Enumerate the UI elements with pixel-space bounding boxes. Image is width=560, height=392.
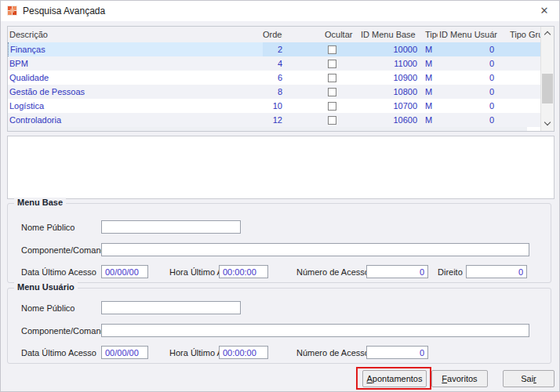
cell-id-menu-base: 10000 [358,45,420,54]
table-row[interactable]: Qualidade 6 10900 M 0 [8,71,540,85]
data-ultimo-acesso-label: Data Último Acesso [21,348,96,358]
data-ultimo-acesso-label: Data Último Acesso [21,267,96,277]
cell-descricao: Finanças [8,42,263,56]
group-menu-base: Menu Base Nome Público Componente/Comand… [7,203,551,283]
cell-tipo: M [420,73,438,82]
nome-publico-input[interactable] [101,220,241,234]
cell-descricao: Gestão de Pessoas [8,87,263,96]
ocultar-checkbox[interactable] [328,45,336,54]
componente-comando-label: Componente/Comando [21,326,111,336]
cell-id-menu-usuario: 0 [438,45,497,54]
cell-ordem: 6 [263,73,282,82]
favoritos-button[interactable]: Favoritos [431,370,488,387]
cell-id-menu-usuario: 0 [438,59,497,68]
group-title: Menu Base [14,198,66,207]
scroll-down-icon[interactable] [541,118,554,130]
componente-comando-input[interactable] [101,243,529,256]
cell-descricao: Controladoria [8,115,263,125]
numero-acessos-input[interactable] [366,265,428,278]
cell-ordem: 8 [263,87,282,96]
cell-id-menu-base: 10900 [358,73,420,82]
vertical-scrollbar[interactable] [540,27,554,131]
header-tipo-grupo[interactable]: Tipo Grupo [497,30,540,39]
window-title: Pesquisa Avançada [23,5,105,16]
table-row[interactable]: Controladoria 12 10600 M 0 [8,113,540,127]
cell-id-menu-base: 10700 [358,101,420,111]
cell-id-menu-usuario: 0 [438,101,497,111]
grid-header-row: Descrição Ordem Ocultar ID Menu Base Tip… [8,27,540,42]
data-ultimo-acesso-input[interactable] [101,265,148,278]
cell-tipo: M [420,59,438,68]
header-ocultar[interactable]: Ocultar [325,30,358,39]
header-descricao[interactable]: Descrição [8,30,263,39]
numero-acessos-input[interactable] [366,346,428,359]
details-panel [7,136,555,199]
table-row[interactable]: Finanças 2 10000 M 0 [8,42,540,56]
cell-id-menu-base: 10800 [358,87,420,96]
cell-id-menu-usuario: 0 [438,87,497,96]
cell-id-menu-base: 11000 [358,59,420,68]
scroll-up-icon[interactable] [541,27,554,40]
cell-id-menu-usuario: 0 [438,115,497,125]
cell-ordem: 2 [263,45,282,54]
cell-tipo: M [420,115,438,125]
direito-label: Direito [438,267,463,277]
close-icon[interactable]: ✕ [537,4,551,18]
title-bar: Pesquisa Avançada ✕ [1,1,559,21]
dialog-pesquisa-avancada: Pesquisa Avançada ✕ Descrição Ordem Ocul… [0,0,560,392]
cell-descricao: Qualidade [8,73,263,82]
header-ordem[interactable]: Ordem [263,30,282,39]
cell-descricao: Logística [8,101,263,111]
cell-id-menu-usuario: 0 [438,73,497,82]
sair-button[interactable]: Sair [503,370,555,387]
menu-grid: Descrição Ordem Ocultar ID Menu Base Tip… [7,26,555,132]
header-tipo[interactable]: Tipo [420,30,438,39]
ocultar-checkbox[interactable] [328,116,336,125]
header-id-menu-base[interactable]: ID Menu Base [358,30,420,39]
cell-ordem: 10 [263,101,282,111]
ocultar-checkbox[interactable] [328,60,336,68]
hora-ultimo-acesso-input[interactable] [219,265,268,278]
group-title: Menu Usuário [14,282,78,292]
direito-input[interactable] [466,265,527,278]
scrollbar-thumb[interactable] [542,74,553,103]
ocultar-checkbox[interactable] [328,88,336,96]
header-id-menu-usuario[interactable]: ID Menu Usuário [438,30,497,39]
hora-ultimo-acesso-input[interactable] [219,346,268,359]
cell-tipo: M [420,45,438,54]
apontamentos-button[interactable]: Apontamentos [362,370,427,387]
componente-comando-label: Componente/Comando [21,245,111,255]
cell-ordem: 12 [263,115,282,125]
data-ultimo-acesso-input[interactable] [101,346,148,359]
nome-publico-input[interactable] [101,301,241,314]
cell-ordem: 4 [263,59,282,68]
cell-tipo: M [420,87,438,96]
ocultar-checkbox[interactable] [328,74,336,82]
ocultar-checkbox[interactable] [328,102,336,111]
nome-publico-label: Nome Público [21,223,75,232]
table-row[interactable]: Gestão de Pessoas 8 10800 M 0 [8,85,540,99]
table-row[interactable]: Logística 10 10700 M 0 [8,99,540,113]
app-logo-icon [7,5,17,16]
numero-acessos-label: Número de Acessos [296,267,373,277]
cell-id-menu-base: 10600 [358,115,420,125]
numero-acessos-label: Número de Acessos [296,348,373,358]
group-menu-usuario: Menu Usuário Nome Público Componente/Com… [7,288,551,364]
componente-comando-input[interactable] [101,324,529,337]
cell-tipo: M [420,101,438,111]
cell-descricao: BPM [8,59,263,68]
table-row[interactable]: BPM 4 11000 M 0 [8,56,540,71]
nome-publico-label: Nome Público [21,303,75,313]
